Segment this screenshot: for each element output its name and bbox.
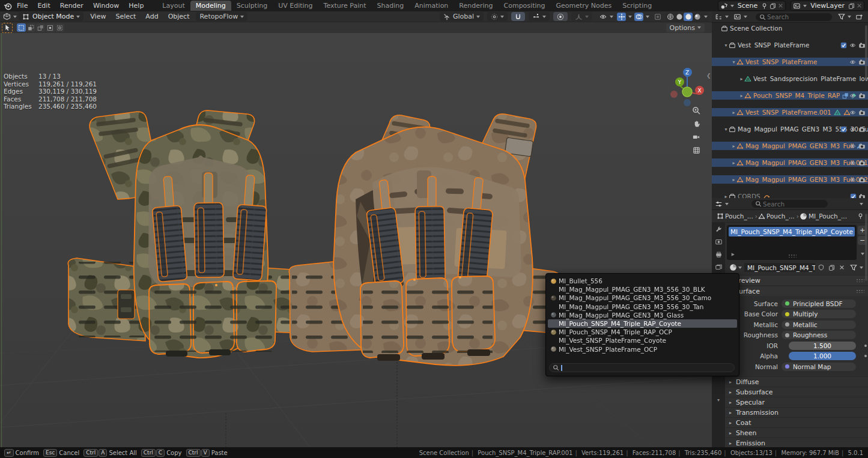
workspace-tab-modeling[interactable]: Modeling [190, 1, 231, 11]
proportional-toggle[interactable] [553, 12, 568, 21]
material-option-mi_vest_snsp_plateframe_coyote[interactable]: MI_Vest_SNSP_PlateFrame_Coyote [548, 336, 737, 345]
popup-search[interactable] [549, 363, 735, 372]
duplicate-material-button[interactable] [827, 263, 837, 272]
expand-toggle-icon[interactable]: ▸ [723, 194, 729, 199]
workspace-tab-compositing[interactable]: Compositing [499, 1, 551, 11]
expand-toggle-icon[interactable]: ▸ [739, 76, 744, 82]
menu-render[interactable]: Render [55, 2, 88, 10]
outliner-row-vest-snsp-plateframe-001[interactable]: ▸Vest_SNSP_PlateFrame.001 [712, 108, 868, 116]
workspace-tab-layout[interactable]: Layout [157, 1, 190, 11]
slot-list-grip[interactable] [788, 254, 797, 258]
disable-render-camera-icon[interactable] [858, 126, 866, 133]
disable-render-camera-icon[interactable] [858, 193, 866, 199]
disable-render-camera-icon[interactable] [858, 160, 866, 166]
outliner-item-label[interactable]: Vest_SNSP_PlateFrame.001 [745, 109, 831, 116]
subpanel-diffuse[interactable]: ▸Diffuse [725, 376, 868, 387]
subpanel-sheen[interactable]: ▸Sheen [725, 427, 868, 438]
outliner-item-label[interactable]: Vest_SNSP_PlateFrame [738, 41, 809, 49]
material-option-mi_vest_snsp_plateframe_ocp[interactable]: MI_Vest_SNSP_PlateFrame_OCP [548, 345, 737, 354]
properties-tab-tool[interactable] [712, 223, 725, 235]
pivot-dropdown[interactable] [487, 12, 508, 21]
disable-render-camera-icon[interactable] [858, 109, 866, 116]
exclude-checkbox-icon[interactable] [840, 126, 847, 133]
outliner-display-mode-icon[interactable] [715, 13, 723, 20]
panel-preview[interactable]: ►Preview [725, 275, 868, 285]
select-mode-invert[interactable] [46, 23, 55, 32]
animate-dot[interactable] [864, 345, 867, 347]
filter-icon[interactable] [838, 13, 845, 20]
popup-search-input[interactable] [562, 363, 732, 373]
viewport-3d[interactable]: Z Y X ❮ Objects13 / 13Vertices119,261 / … [0, 33, 712, 447]
expand-toggle-icon[interactable]: ▸ [731, 160, 736, 166]
options-dropdown[interactable]: Options [666, 23, 705, 32]
workspace-tab-geometry-nodes[interactable]: Geometry Nodes [550, 1, 617, 11]
hide-eye-icon[interactable] [849, 109, 857, 116]
outliner-search[interactable] [756, 13, 832, 21]
outliner-item-label[interactable]: Scene Collection [730, 25, 782, 32]
properties-scrollbar[interactable] [865, 214, 867, 281]
outliner-item-label[interactable]: Vest_Sandsprecision_PlateFrame_low. [753, 75, 868, 82]
material-option-mi_mag_magpul_pmag_gen3_m3_glass[interactable]: MI_Mag_Magpul_PMAG_GEN3_M3_Glass [548, 311, 737, 319]
pan-button[interactable] [690, 117, 703, 130]
menu-help[interactable]: Help [124, 2, 148, 10]
exclude-checkbox-icon[interactable] [850, 193, 857, 199]
workspace-tab-scripting[interactable]: Scripting [617, 1, 657, 11]
outliner-item-label[interactable]: Mag_Magpul_PMAG_GEN3_M3_Full [745, 142, 854, 149]
outliner-filter-id-icon[interactable] [733, 13, 741, 20]
region-collapse-arrow[interactable]: ❮ [706, 73, 711, 79]
active-tool-button[interactable] [2, 23, 12, 32]
viewport-menu-select[interactable]: Select [111, 13, 141, 20]
orientation-dropdown[interactable]: Global [440, 12, 484, 21]
outliner-row-mag-magpul-pmag-gen3-m3-full[interactable]: ▸Mag_Magpul_PMAG_GEN3_M3_Full [712, 142, 868, 150]
outliner-item-label[interactable]: Vest_SNSP_PlateFrame [745, 58, 817, 65]
panel-surface[interactable]: ▼Surface [725, 286, 868, 296]
select-mode-subtract[interactable] [36, 23, 45, 32]
material-option-mi_mag_magpul_pmag_gen3_m3_556_30_blk[interactable]: MI_Mag_Magpul_PMAG_GEN3_M3_556_30_BLK [548, 285, 737, 294]
viewport-menu-view[interactable]: View [85, 13, 111, 20]
shading-wireframe-button[interactable] [666, 13, 675, 21]
outliner-item-label[interactable]: Pouch_SNSP_M4_Triple_RAP [753, 92, 840, 99]
workspace-tab-rendering[interactable]: Rendering [454, 1, 498, 11]
menu-edit[interactable]: Edit [32, 2, 55, 10]
outliner-row-scene-collection[interactable]: Scene Collection [712, 24, 868, 32]
scene-selector[interactable]: Scene [718, 1, 786, 11]
expand-toggle-icon[interactable]: ▾ [723, 43, 729, 48]
gizmo-z-axis[interactable]: Z [683, 68, 692, 77]
disable-render-camera-icon[interactable] [858, 92, 866, 99]
new-scene-icon[interactable] [769, 2, 776, 10]
workspace-tab-uv-editing[interactable]: UV Editing [273, 1, 318, 11]
hide-eye-icon[interactable] [849, 126, 857, 133]
select-mode-extend[interactable] [26, 23, 35, 32]
outliner-row-mag-magpul-pmag-gen3-m3-556-30-full[interactable]: ▾Mag_Magpul_PMAG_GEN3_M3_556_30_Full [712, 125, 868, 133]
menu-window[interactable]: Window [88, 2, 124, 10]
node-input-button[interactable]: Multiply [782, 310, 856, 318]
node-input-button[interactable]: Normal Map [782, 363, 856, 371]
node-input-button[interactable]: Roughness [782, 331, 856, 339]
subpanel-subsurface[interactable]: ▸Subsurface [725, 387, 868, 397]
hide-eye-icon[interactable] [849, 59, 857, 65]
subpanel-emission[interactable]: ▸Emission [725, 438, 868, 448]
snap-target-dropdown[interactable] [529, 12, 550, 21]
hide-eye-icon[interactable] [849, 42, 857, 49]
pin-id-icon[interactable] [857, 212, 864, 220]
properties-tab-vlayer[interactable] [712, 261, 725, 273]
unlink-scene-icon[interactable] [778, 3, 783, 8]
animate-dot[interactable] [864, 355, 867, 357]
expand-toggle-icon[interactable]: ▸ [731, 110, 736, 115]
camera-view-button[interactable] [690, 130, 703, 143]
editor-type-icon[interactable] [3, 13, 11, 20]
tabstrip-overflow-icon[interactable]: ▾ [712, 394, 725, 406]
material-option-mi_pouch_snsp_m4_triple_rap_ocp[interactable]: MI_Pouch_SNSP_M4_Triple_RAP_OCP [548, 328, 737, 336]
new-collection-icon[interactable] [855, 13, 863, 20]
expand-toggle-icon[interactable]: ▸ [731, 177, 736, 182]
visibility-icon[interactable] [599, 13, 607, 20]
xray-toggle[interactable] [653, 13, 662, 21]
subpanel-transmission[interactable]: ▸Transmission [725, 407, 868, 417]
vest-model-right[interactable] [289, 114, 562, 366]
shading-material-button[interactable] [684, 13, 693, 21]
snap-toggle[interactable] [511, 12, 525, 21]
mode-dropdown[interactable]: Object Mode [19, 12, 83, 21]
outliner-row-mag-magpul-pmag-gen3-m3-full-002[interactable]: ▸Mag_Magpul_PMAG_GEN3_M3_Full.002 [712, 175, 868, 184]
unlink-material-button[interactable] [837, 263, 846, 272]
expand-toggle-icon[interactable]: ▾ [723, 127, 729, 132]
